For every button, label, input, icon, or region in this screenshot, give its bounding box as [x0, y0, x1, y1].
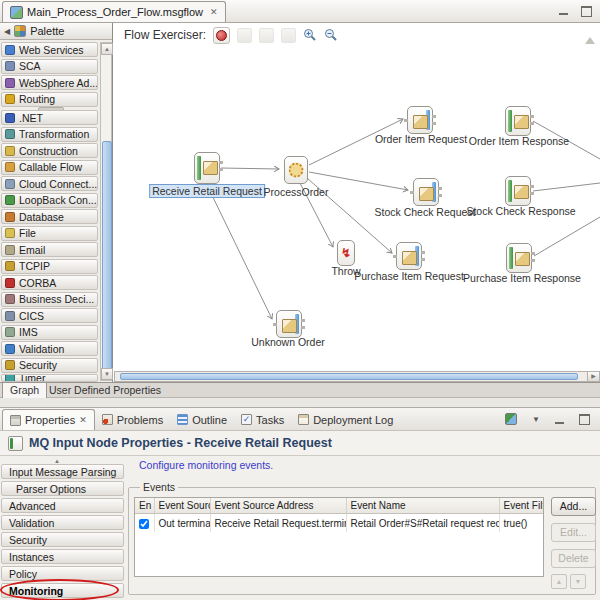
mq-output-node-icon[interactable]	[413, 178, 439, 206]
scroll-up-icon[interactable]: ▲	[101, 43, 113, 55]
palette-item-web-services[interactable]: Web Services	[1, 42, 98, 57]
nav-parser-options[interactable]: Parser Options	[1, 481, 124, 496]
nav-monitoring[interactable]: Monitoring	[1, 583, 124, 598]
editor-tab-bar: Main_Process_Order_Flow.msgflow ✕	[0, 0, 600, 23]
palette-item-security[interactable]: Security	[1, 358, 98, 373]
configure-monitoring-events-link[interactable]: Configure monitoring events.	[139, 459, 273, 471]
mq-input-node-icon[interactable]	[505, 106, 531, 136]
add-button[interactable]: Add...	[551, 497, 596, 516]
loopback-connectors-icon	[5, 195, 15, 205]
ims-icon	[5, 327, 15, 337]
palette-item-websphere-adapters[interactable]: WebSphere Ad...	[1, 75, 98, 90]
maximize-icon[interactable]	[581, 6, 592, 17]
nav-validation[interactable]: Validation	[1, 515, 124, 530]
palette-header[interactable]: ◀ Palette	[0, 23, 112, 40]
palette-item-validation[interactable]: Validation	[1, 341, 98, 356]
corba-icon	[5, 278, 15, 288]
palette-scrollbar[interactable]: ▲ ▼	[100, 42, 112, 381]
collapse-palette-icon[interactable]: ◀	[4, 27, 10, 36]
mq-output-node-icon[interactable]	[407, 106, 433, 134]
move-up-button[interactable]: ▲	[551, 574, 567, 589]
events-table[interactable]: En Event Source Event Source Address Eve…	[134, 497, 544, 577]
nav-policy[interactable]: Policy	[1, 566, 124, 581]
palette-item-ims[interactable]: IMS	[1, 325, 98, 340]
column-header-event-source-address[interactable]: Event Source Address	[210, 498, 346, 514]
column-header-en[interactable]: En	[135, 498, 154, 514]
node-label: Stock Check Response	[464, 205, 577, 217]
throw-node-icon[interactable]: ↯	[337, 240, 355, 266]
nav-instances[interactable]: Instances	[1, 549, 124, 564]
zoom-in-icon[interactable]	[303, 28, 317, 42]
tab-graph[interactable]: Graph	[2, 383, 47, 398]
tab-deployment-log[interactable]: Deployment Log	[291, 409, 400, 430]
node-label: ProcessOrder	[262, 186, 331, 198]
scroll-right-icon[interactable]: ▶	[587, 372, 599, 381]
zoom-out-icon[interactable]	[324, 28, 338, 42]
minimize-view-icon[interactable]	[555, 415, 564, 424]
nav-input-message-parsing[interactable]: Input Message Parsing	[1, 464, 124, 479]
link-with-editor-icon[interactable]	[505, 413, 517, 425]
mq-input-node-icon	[8, 436, 23, 451]
event-enabled-checkbox[interactable]	[139, 519, 149, 529]
palette-item-corba[interactable]: CORBA	[1, 275, 98, 290]
column-header-event-filter[interactable]: Event Filter	[499, 498, 543, 514]
palette-item-database[interactable]: Database	[1, 209, 98, 224]
nav-security[interactable]: Security	[1, 532, 124, 547]
email-icon	[5, 245, 15, 255]
stop-icon[interactable]	[281, 28, 296, 43]
subflow-node-icon[interactable]	[284, 156, 308, 184]
start-flow-exerciser-button[interactable]	[213, 27, 230, 44]
edit-button[interactable]: Edit...	[551, 523, 596, 542]
event-row[interactable]: Out terminal Receive Retail Request.term…	[135, 514, 543, 533]
tab-tasks[interactable]: ✓Tasks	[234, 409, 291, 430]
msgflow-icon	[10, 6, 23, 19]
palette-item-tcpip[interactable]: TCPIP	[1, 259, 98, 274]
mq-input-node-icon[interactable]	[505, 176, 531, 206]
palette-item-file[interactable]: File	[1, 226, 98, 241]
palette-item-cics[interactable]: CICS	[1, 308, 98, 323]
close-tab-icon[interactable]: ✕	[210, 7, 218, 17]
palette-item-cloud-connectors[interactable]: Cloud Connect...	[1, 176, 98, 191]
event-name-cell: Retail Order#S#Retail request received	[346, 514, 499, 533]
palette-item-callable-flow[interactable]: Callable Flow	[1, 160, 98, 175]
mq-output-node-icon[interactable]	[396, 242, 422, 270]
palette-item-timer[interactable]: Timer	[1, 374, 98, 382]
mq-output-node-icon[interactable]	[276, 310, 302, 338]
palette-item-sca[interactable]: SCA	[1, 59, 98, 74]
view-menu-icon[interactable]: ▼	[532, 415, 540, 424]
move-down-button[interactable]: ▼	[570, 574, 586, 589]
palette-item-email[interactable]: Email	[1, 242, 98, 257]
view-toolbar: ▼	[505, 413, 600, 430]
send-message-icon[interactable]	[237, 28, 252, 43]
flow-exerciser-toolbar: Flow Exerciser:	[124, 26, 338, 44]
palette-scrollbar-thumb[interactable]	[102, 141, 112, 371]
close-view-icon[interactable]: ✕	[79, 415, 87, 425]
pause-icon[interactable]	[259, 28, 274, 43]
properties-tab-bar: Properties ✕ Problems Outline ✓Tasks Dep…	[0, 408, 600, 431]
column-header-event-source[interactable]: Event Source	[154, 498, 210, 514]
nav-advanced[interactable]: Advanced	[1, 498, 124, 513]
column-header-event-name[interactable]: Event Name	[346, 498, 499, 514]
tab-problems[interactable]: Problems	[95, 409, 170, 430]
gears-icon	[289, 163, 304, 178]
palette-item-business-decision[interactable]: Business Deci...	[1, 292, 98, 307]
scrollbar-thumb[interactable]	[120, 373, 578, 380]
tab-user-defined-properties[interactable]: User Defined Properties	[42, 383, 168, 398]
canvas-horizontal-scrollbar[interactable]: ▶	[114, 371, 600, 382]
tab-outline[interactable]: Outline	[170, 409, 234, 430]
palette-item-dotnet[interactable]: .NET	[1, 110, 98, 125]
palette-item-loopback-connectors[interactable]: LoopBack Con...	[1, 193, 98, 208]
canvas-overview-icon[interactable]	[585, 37, 595, 44]
scroll-down-icon[interactable]: ▼	[101, 368, 113, 380]
mq-input-node-icon[interactable]	[194, 152, 220, 184]
mq-input-node-icon[interactable]	[506, 243, 532, 273]
minimize-icon[interactable]	[559, 6, 568, 15]
editor-tab-msgflow[interactable]: Main_Process_Order_Flow.msgflow ✕	[2, 1, 226, 22]
delete-button[interactable]: Delete	[551, 549, 596, 568]
palette-item-construction[interactable]: Construction	[1, 143, 98, 158]
palette-item-transformation[interactable]: Transformation	[1, 127, 98, 142]
palette-item-routing[interactable]: Routing	[1, 92, 98, 107]
panel-divider[interactable]	[0, 398, 600, 407]
tab-properties[interactable]: Properties ✕	[2, 409, 95, 430]
maximize-view-icon[interactable]	[579, 414, 590, 425]
